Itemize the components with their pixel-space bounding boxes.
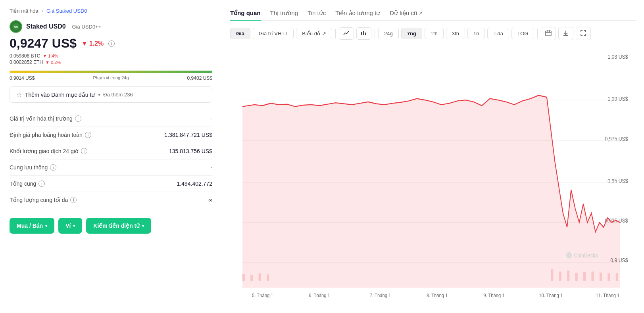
buy-sell-button[interactable]: Mua / Bán ▾ bbox=[10, 218, 54, 234]
stat-row-0: Giá trị vốn hóa thị trường i - bbox=[10, 111, 212, 127]
price-change-percent: 1.2% bbox=[89, 40, 104, 47]
tab-similar[interactable]: Tiền ảo tương tự bbox=[335, 6, 380, 21]
top-tabs: Tổng quan Thị trường Tin tức Tiền ảo tươ… bbox=[230, 6, 636, 21]
token-logo-svg: S$ bbox=[12, 23, 20, 31]
watchlist-dot: • bbox=[98, 92, 100, 98]
time-tda-button[interactable]: T.đa bbox=[487, 28, 509, 39]
token-icon-inner: S$ bbox=[10, 21, 21, 32]
watchlist-count: Đã thêm 236 bbox=[103, 92, 133, 98]
stat-row-3: Cung lưu thông i - bbox=[10, 159, 212, 176]
fullscreen-icon-button[interactable] bbox=[576, 27, 591, 40]
price-info-icon[interactable]: i bbox=[108, 40, 115, 47]
buy-sell-chevron: ▾ bbox=[45, 224, 47, 228]
eth-price: 0,0002852 ETH bbox=[10, 60, 43, 65]
star-icon: ☆ bbox=[16, 91, 22, 98]
time-log-button[interactable]: LOG bbox=[511, 28, 534, 39]
download-icon-button[interactable] bbox=[558, 27, 573, 40]
svg-text:9. Tháng 1: 9. Tháng 1 bbox=[483, 293, 505, 299]
svg-point-43 bbox=[566, 252, 572, 259]
stats-section: Giá trị vốn hóa thị trường i - Định giá … bbox=[10, 111, 212, 208]
stat-value-1: 1.381.847.721 US$ bbox=[164, 132, 212, 138]
toolbar-sep-3 bbox=[537, 29, 538, 38]
time-7ng-button[interactable]: 7ng bbox=[401, 28, 422, 39]
svg-rect-38 bbox=[583, 272, 586, 281]
stat-info-icon-2[interactable]: i bbox=[81, 148, 87, 154]
toolbar-mktcap-button[interactable]: Giá trị VHTT bbox=[253, 28, 294, 39]
svg-text:S$: S$ bbox=[14, 25, 18, 29]
stat-info-icon-1[interactable]: i bbox=[85, 132, 91, 138]
stat-value-0: - bbox=[210, 115, 212, 122]
svg-text:10. Tháng 1: 10. Tháng 1 bbox=[539, 293, 563, 299]
svg-text:CoinGecko: CoinGecko bbox=[574, 252, 598, 259]
stat-info-icon-0[interactable]: i bbox=[75, 115, 81, 122]
stat-label-0: Giá trị vốn hóa thị trường i bbox=[10, 115, 81, 122]
svg-rect-41 bbox=[607, 273, 610, 281]
wallet-button[interactable]: Ví ▾ bbox=[58, 218, 82, 234]
toolbar-price-button[interactable]: Giá bbox=[230, 28, 250, 39]
sub-prices: 0,059808 BTC ▼ 1.4% 0,0002852 ETH ▼ 0.2% bbox=[10, 53, 212, 65]
svg-text:11. Tháng 1: 11. Tháng 1 bbox=[596, 293, 619, 299]
line-chart-icon-button[interactable] bbox=[339, 27, 354, 40]
stat-value-5: ∞ bbox=[208, 197, 212, 203]
bar-chart-icon-button[interactable] bbox=[356, 27, 371, 40]
bar-chart-icon bbox=[361, 30, 367, 36]
breadcrumb: Tiền mã hóa › Giá Staked USD0 bbox=[10, 8, 212, 14]
price-main: 0,9247 US$ bbox=[10, 36, 77, 51]
svg-rect-37 bbox=[575, 273, 578, 281]
toolbar-sep-2 bbox=[375, 29, 375, 38]
stat-row-1: Định giá pha loãng hoàn toàn i 1.381.847… bbox=[10, 127, 212, 143]
svg-text:6. Tháng 1: 6. Tháng 1 bbox=[309, 293, 330, 299]
tab-market[interactable]: Thị trường bbox=[270, 6, 298, 21]
breadcrumb-root[interactable]: Tiền mã hóa bbox=[10, 8, 38, 14]
btc-price: 0,059808 BTC bbox=[10, 53, 40, 59]
stat-value-4: 1.494.402.772 bbox=[177, 181, 212, 187]
svg-text:0,975 US$: 0,975 US$ bbox=[605, 136, 629, 142]
tab-overview[interactable]: Tổng quan bbox=[230, 6, 261, 21]
range-labels: 0,9014 US$ Phạm vi trong 24g 0,9402 US$ bbox=[10, 75, 212, 81]
earn-label: Kiếm tiền điện tử bbox=[93, 223, 140, 229]
eth-price-row: 0,0002852 ETH ▼ 0.2% bbox=[10, 60, 212, 65]
svg-rect-30 bbox=[242, 274, 245, 281]
stat-row-5: Tổng lượng cung tối đa i ∞ bbox=[10, 192, 212, 208]
line-chart-icon bbox=[343, 30, 350, 36]
svg-text:8. Tháng 1: 8. Tháng 1 bbox=[427, 293, 448, 299]
price-row: 0,9247 US$ ▼ 1.2% i bbox=[10, 36, 212, 51]
range-section: 0,9014 US$ Phạm vi trong 24g 0,9402 US$ bbox=[10, 71, 212, 81]
stat-info-icon-5[interactable]: i bbox=[70, 197, 77, 203]
toolbar-chart-button[interactable]: Biểu đồ ↗ bbox=[296, 28, 332, 39]
action-buttons: Mua / Bán ▾ Ví ▾ Kiếm tiền điện tử ▾ bbox=[10, 218, 212, 234]
stat-row-4: Tổng cung i 1.494.402.772 bbox=[10, 176, 212, 192]
svg-rect-4 bbox=[365, 33, 366, 35]
time-3th-button[interactable]: 3th bbox=[446, 28, 465, 39]
stat-value-3: - bbox=[210, 164, 212, 171]
calendar-icon-button[interactable] bbox=[541, 27, 556, 40]
tab-historical[interactable]: Dữ liệu cũ ↗ bbox=[390, 6, 422, 21]
breadcrumb-current[interactable]: Giá Staked USD0 bbox=[46, 8, 87, 14]
watchlist-button[interactable]: ☆ Thêm vào Danh mục đầu tư • Đã thêm 236 bbox=[10, 86, 212, 103]
stat-label-2: Khối lượng giao dịch 24 giờ i bbox=[10, 148, 87, 154]
download-icon bbox=[563, 30, 569, 36]
breadcrumb-separator: › bbox=[42, 8, 43, 14]
svg-text:0,95 US$: 0,95 US$ bbox=[607, 178, 628, 184]
token-ticker: Giá USD0++ bbox=[72, 24, 102, 30]
eth-change: ▼ 0.2% bbox=[45, 60, 61, 65]
tab-news[interactable]: Tin tức bbox=[308, 6, 326, 21]
svg-rect-40 bbox=[600, 273, 602, 281]
chart-area: 1,03 US$ 1,00 US$ 0,975 US$ 0,95 US$ 0,9… bbox=[230, 45, 636, 307]
earn-button[interactable]: Kiếm tiền điện tử ▾ bbox=[86, 218, 151, 234]
svg-rect-36 bbox=[567, 271, 569, 281]
time-24g-button[interactable]: 24g bbox=[378, 28, 399, 39]
range-low: 0,9014 US$ bbox=[10, 75, 35, 81]
stat-info-icon-3[interactable]: i bbox=[50, 164, 56, 171]
time-1th-button[interactable]: 1th bbox=[425, 28, 444, 39]
price-change: ▼ 1.2% bbox=[81, 40, 104, 47]
token-header: S$ Staked USD0 Giá USD0++ bbox=[10, 20, 212, 33]
fullscreen-icon bbox=[580, 30, 586, 36]
svg-rect-3 bbox=[363, 31, 364, 35]
btc-price-row: 0,059808 BTC ▼ 1.4% bbox=[10, 53, 212, 59]
svg-rect-42 bbox=[616, 273, 618, 281]
stat-info-icon-4[interactable]: i bbox=[38, 181, 45, 187]
time-1n-button[interactable]: 1n bbox=[467, 28, 485, 39]
svg-rect-34 bbox=[551, 269, 553, 281]
external-chart-icon: ↗ bbox=[322, 31, 326, 36]
